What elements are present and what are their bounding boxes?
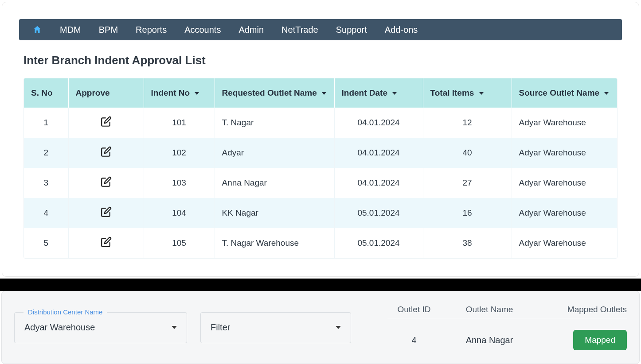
table-row: 3103Anna Nagar04.01.202427Adyar Warehous… <box>24 168 617 198</box>
col-sno-header: S. No <box>24 78 68 108</box>
col-approve-header: Approve <box>68 78 144 108</box>
cell-total-items: 27 <box>423 168 512 198</box>
divider-bar <box>0 279 641 291</box>
mini-col-mapped-outlets: Mapped Outlets <box>538 305 627 314</box>
cell-approve <box>68 138 144 168</box>
cell-approve <box>68 168 144 198</box>
top-panel: MDM BPM Reports Accounts Admin NetTrade … <box>2 2 639 277</box>
chevron-down-icon <box>195 92 199 95</box>
col-approve-label: Approve <box>76 88 110 97</box>
filter-select[interactable]: Filter <box>200 312 351 343</box>
edit-icon[interactable] <box>100 176 112 188</box>
cell-indent-no: 102 <box>144 138 215 168</box>
cell-indent-date: 05.01.2024 <box>334 228 423 258</box>
cell-req-outlet: Anna Nagar <box>215 168 334 198</box>
cell-sno: 5 <box>24 228 68 258</box>
table-row: 4104KK Nagar05.01.202416Adyar Warehouse <box>24 198 617 228</box>
cell-indent-no: 103 <box>144 168 215 198</box>
outlet-mini-table: Outlet ID Outlet Name Mapped Outlets 4 A… <box>387 305 627 350</box>
col-sno-label: S. No <box>31 88 53 97</box>
navbar: MDM BPM Reports Accounts Admin NetTrade … <box>19 19 622 40</box>
nav-item-reports[interactable]: Reports <box>136 25 167 35</box>
chevron-down-icon <box>322 92 326 95</box>
chevron-down-icon <box>336 326 341 329</box>
cell-req-outlet: T. Nagar Warehouse <box>215 228 334 258</box>
cell-source-outlet: Adyar Warehouse <box>512 108 617 138</box>
filter-value: Filter <box>211 322 230 333</box>
cell-indent-date: 04.01.2024 <box>334 108 423 138</box>
cell-req-outlet: Adyar <box>215 138 334 168</box>
col-indent-label: Indent No <box>151 88 190 97</box>
cell-source-outlet: Adyar Warehouse <box>512 138 617 168</box>
cell-approve <box>68 228 144 258</box>
mini-col-outlet-name: Outlet Name <box>441 305 538 314</box>
dc-name-value: Adyar Warehouse <box>24 322 95 333</box>
indent-table: S. No Approve Indent No Requested Outlet… <box>24 78 617 258</box>
mini-outlet-id: 4 <box>387 335 441 345</box>
cell-total-items: 38 <box>423 228 512 258</box>
cell-source-outlet: Adyar Warehouse <box>512 168 617 198</box>
edit-icon[interactable] <box>100 236 112 248</box>
cell-indent-date: 04.01.2024 <box>334 138 423 168</box>
cell-indent-date: 04.01.2024 <box>334 168 423 198</box>
mapped-button[interactable]: Mapped <box>573 330 627 350</box>
cell-source-outlet: Adyar Warehouse <box>512 228 617 258</box>
cell-total-items: 40 <box>423 138 512 168</box>
dc-name-select[interactable]: Distribution Center Name Adyar Warehouse <box>14 312 187 343</box>
col-total-label: Total Items <box>430 88 474 97</box>
cell-source-outlet: Adyar Warehouse <box>512 198 617 228</box>
col-reqoutlet-label: Requested Outlet Name <box>222 88 317 97</box>
col-indent-header[interactable]: Indent No <box>144 78 215 108</box>
mini-outlet-name: Anna Nagar <box>441 335 538 345</box>
col-src-header[interactable]: Source Outlet Name <box>512 78 617 108</box>
cell-sno: 4 <box>24 198 68 228</box>
chevron-down-icon <box>172 326 177 329</box>
cell-indent-no: 105 <box>144 228 215 258</box>
outlet-mini-row: 4 Anna Nagar Mapped <box>387 319 627 350</box>
nav-item-addons[interactable]: Add-ons <box>385 25 418 35</box>
col-date-header[interactable]: Indent Date <box>334 78 423 108</box>
dc-name-label: Distribution Center Name <box>23 308 107 316</box>
col-total-header[interactable]: Total Items <box>423 78 512 108</box>
table-row: 1101T. Nagar04.01.202412Adyar Warehouse <box>24 108 617 138</box>
cell-indent-no: 101 <box>144 108 215 138</box>
col-date-label: Indent Date <box>342 88 387 97</box>
chevron-down-icon <box>604 92 609 95</box>
cell-sno: 1 <box>24 108 68 138</box>
cell-sno: 2 <box>24 138 68 168</box>
chevron-down-icon <box>392 92 397 95</box>
chevron-down-icon <box>479 92 484 95</box>
nav-item-accounts[interactable]: Accounts <box>184 25 221 35</box>
edit-icon[interactable] <box>100 146 112 158</box>
cell-sno: 3 <box>24 168 68 198</box>
cell-total-items: 12 <box>423 108 512 138</box>
cell-total-items: 16 <box>423 198 512 228</box>
nav-item-mdm[interactable]: MDM <box>60 25 81 35</box>
nav-item-nettrade[interactable]: NetTrade <box>281 25 318 35</box>
nav-item-bpm[interactable]: BPM <box>99 25 118 35</box>
edit-icon[interactable] <box>100 116 112 128</box>
table-row: 2102Adyar04.01.202440Adyar Warehouse <box>24 138 617 168</box>
bottom-panel: Distribution Center Name Adyar Warehouse… <box>1 291 640 364</box>
cell-indent-no: 104 <box>144 198 215 228</box>
cell-approve <box>68 108 144 138</box>
cell-req-outlet: KK Nagar <box>215 198 334 228</box>
indent-table-wrap: S. No Approve Indent No Requested Outlet… <box>23 78 618 259</box>
home-icon[interactable] <box>32 25 42 35</box>
cell-indent-date: 05.01.2024 <box>334 198 423 228</box>
col-src-label: Source Outlet Name <box>519 88 600 97</box>
page-title: Inter Branch Indent Approval List <box>23 54 635 67</box>
table-row: 5105T. Nagar Warehouse05.01.202438Adyar … <box>24 228 617 258</box>
nav-item-admin[interactable]: Admin <box>238 25 264 35</box>
nav-item-support[interactable]: Support <box>336 25 367 35</box>
cell-approve <box>68 198 144 228</box>
cell-req-outlet: T. Nagar <box>215 108 334 138</box>
col-reqoutlet-header[interactable]: Requested Outlet Name <box>215 78 334 108</box>
edit-icon[interactable] <box>100 206 112 218</box>
mini-col-outlet-id: Outlet ID <box>387 305 441 314</box>
